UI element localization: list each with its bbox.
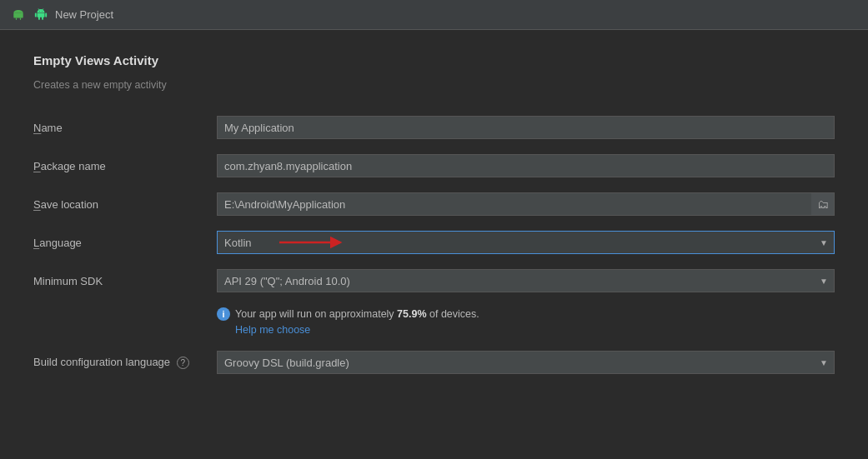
save-location-input-wrapper: 🗂 [217,192,835,216]
language-row: Language Kotlin Java ▼ [33,231,835,254]
build-config-label-text: Build configuration language [33,356,170,368]
build-config-select[interactable]: Groovy DSL (build.gradle) Kotlin DSL (bu… [217,351,835,374]
info-box: i Your app will run on approximately 75.… [217,307,835,336]
minimum-sdk-label: Minimum SDK [33,275,217,287]
language-label: Language [33,237,217,249]
name-label: Name [33,122,217,134]
info-text: Your app will run on approximately 75.9%… [235,308,479,320]
build-config-help-icon[interactable]: ? [177,357,189,369]
main-content: Empty Views Activity Creates a new empty… [0,30,868,406]
language-select-wrapper: Kotlin Java ▼ [217,231,835,254]
package-label-underline: P [33,160,41,172]
help-me-choose-link[interactable]: Help me choose [235,324,835,336]
folder-icon: 🗂 [817,197,829,211]
info-line: i Your app will run on approximately 75.… [217,307,835,321]
red-arrow-indicator [275,231,350,254]
build-config-row: Build configuration language ? Groovy DS… [33,351,835,374]
save-location-underline: S [33,198,41,211]
svg-rect-2 [13,12,23,17]
svg-point-1 [20,11,21,12]
package-name-input[interactable] [217,154,835,177]
info-percentage: 75.9% [397,308,426,320]
save-location-input[interactable] [217,192,811,216]
save-location-label: Save location [33,198,217,211]
name-input[interactable] [217,116,835,139]
build-config-label: Build configuration language ? [33,356,217,369]
title-bar: New Project [0,0,868,30]
folder-button[interactable]: 🗂 [811,192,835,216]
svg-point-0 [16,11,17,12]
minimum-sdk-select[interactable]: API 29 ("Q"; Android 10.0) [217,269,835,292]
save-location-row: Save location 🗂 [33,192,835,216]
android-icon [10,7,27,23]
android-logo [33,7,48,22]
name-row: Name [33,116,835,139]
minimum-sdk-row: Minimum SDK API 29 ("Q"; Android 10.0) ▼ [33,269,835,292]
activity-title: Empty Views Activity [33,53,835,67]
package-name-row: Package name [33,154,835,177]
activity-description: Creates a new empty activity [33,79,835,91]
name-label-text: N [33,122,41,134]
build-config-select-wrapper: Groovy DSL (build.gradle) Kotlin DSL (bu… [217,351,835,374]
info-icon: i [217,307,230,321]
package-name-label: Package name [33,160,217,172]
title-bar-text: New Project [55,8,113,21]
minimum-sdk-select-wrapper: API 29 ("Q"; Android 10.0) ▼ [217,269,835,292]
